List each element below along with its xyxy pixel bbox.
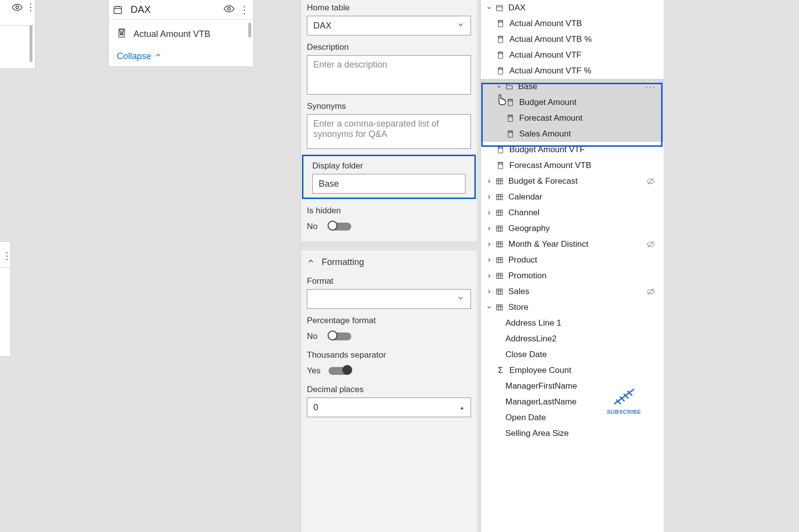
more-icon[interactable]: ···: [645, 82, 659, 92]
svg-rect-47: [497, 226, 502, 232]
table-icon: [495, 209, 504, 217]
column-label: AddressLine2: [505, 334, 659, 344]
chevron-down-icon: [496, 84, 502, 90]
table-item[interactable]: Month & Year Distinct: [481, 236, 664, 252]
display-folder-input[interactable]: Base: [312, 174, 466, 194]
formatting-section-header[interactable]: Formatting: [301, 250, 477, 269]
measure-label: Sales Amount: [519, 129, 659, 139]
thousands-separator-toggle[interactable]: [329, 367, 351, 375]
chevron-down-icon: [486, 5, 493, 11]
measure-icon: [496, 20, 505, 28]
svg-rect-14: [497, 5, 502, 11]
thousands-separator-value: Yes: [307, 366, 322, 376]
measure-item[interactable]: Actual Amount VTB %: [481, 32, 664, 47]
column-label: Selling Area Size: [505, 429, 659, 438]
column-item[interactable]: Σ Employee Count: [481, 363, 664, 378]
measure-item[interactable]: Sales Amount: [481, 126, 664, 142]
table-item[interactable]: Channel: [481, 205, 664, 221]
stray-scrollbar[interactable]: [30, 22, 33, 62]
table-item[interactable]: Budget & Forecast: [481, 173, 664, 189]
dax-card-header[interactable]: DAX ⋮: [109, 0, 253, 20]
description-label: Description: [301, 42, 477, 52]
table-item[interactable]: Promotion: [481, 268, 664, 284]
more-icon[interactable]: ⋮: [2, 251, 12, 261]
chevron-right-icon: [486, 257, 493, 263]
collapse-label: Collapse: [117, 51, 151, 62]
eye-icon[interactable]: [224, 3, 234, 16]
column-item[interactable]: Address Line 1: [481, 315, 664, 331]
table-label: Month & Year Distinct: [508, 239, 647, 249]
table-icon: [495, 177, 504, 185]
svg-rect-29: [509, 132, 512, 133]
table-dax[interactable]: DAX: [481, 0, 664, 16]
decimal-places-label: Decimal places: [301, 385, 477, 395]
subscribe-label: SUBSCRIBE: [607, 409, 641, 415]
calc-table-icon: [495, 4, 504, 12]
collapse-link[interactable]: Collapse: [109, 48, 253, 66]
percentage-format-value: No: [307, 332, 322, 341]
measure-item[interactable]: Actual Amount VTB: [481, 16, 664, 32]
svg-rect-34: [497, 179, 502, 184]
column-item[interactable]: AddressLine2: [481, 331, 664, 347]
chevron-up-icon: [307, 257, 315, 267]
measure-icon: [496, 162, 505, 169]
measure-item[interactable]: Forecast Amount: [481, 110, 664, 126]
percentage-format-toggle[interactable]: [329, 332, 351, 340]
svg-point-10: [123, 33, 124, 33]
measure-icon: [496, 146, 505, 154]
hidden-icon: [647, 177, 659, 185]
decimal-places-input[interactable]: 0 ▲: [307, 398, 471, 417]
measure-row[interactable]: Actual Amount VTB: [114, 24, 248, 44]
fields-panel: DAX Actual Amount VTB Actual Amount VTB …: [480, 0, 664, 532]
svg-point-11: [120, 34, 121, 35]
svg-rect-1: [114, 6, 122, 13]
thousands-separator-row: Yes: [301, 363, 477, 383]
svg-point-5: [228, 7, 231, 10]
card-scrollbar[interactable]: [248, 23, 251, 37]
column-label: Employee Count: [509, 366, 659, 375]
column-item[interactable]: Close Date: [481, 347, 664, 363]
is-hidden-toggle[interactable]: [329, 223, 351, 231]
svg-rect-27: [509, 116, 512, 117]
synonyms-input[interactable]: Enter a comma-separated list of synonyms…: [307, 114, 471, 149]
home-table-select[interactable]: DAX: [307, 16, 471, 35]
table-label: Sales: [508, 287, 647, 297]
more-icon[interactable]: ⋮: [239, 5, 249, 15]
table-item[interactable]: Geography: [481, 221, 664, 236]
svg-rect-7: [120, 30, 124, 31]
svg-point-8: [120, 33, 121, 33]
measure-item[interactable]: Actual Amount VTF: [481, 47, 664, 63]
svg-rect-51: [497, 242, 502, 247]
measure-item[interactable]: Actual Amount VTF %: [481, 63, 664, 79]
table-store[interactable]: Store: [481, 299, 664, 315]
description-input[interactable]: Enter a description: [307, 55, 471, 95]
measure-item[interactable]: Budget Amount VTF: [481, 142, 664, 158]
table-icon: [495, 303, 504, 311]
folder-label: Base: [518, 82, 645, 92]
synonyms-placeholder: Enter a comma-separated list of synonyms…: [313, 119, 439, 139]
column-label: Close Date: [505, 350, 659, 360]
measure-label: Forecast Amount VTB: [509, 161, 659, 170]
eye-icon[interactable]: [12, 2, 23, 15]
spin-arrows-icon[interactable]: ▲: [460, 405, 465, 410]
table-item[interactable]: Product: [481, 252, 664, 268]
measure-item[interactable]: Forecast Amount VTB: [481, 158, 664, 173]
format-label: Format: [301, 276, 477, 286]
hidden-icon: [647, 288, 659, 296]
stray-card-header: ⋮: [0, 0, 35, 26]
column-item[interactable]: Selling Area Size: [481, 426, 664, 441]
chevron-down-icon: [457, 294, 465, 304]
table-item[interactable]: Calendar: [481, 189, 664, 205]
subscribe-badge[interactable]: SUBSCRIBE: [607, 385, 641, 415]
sigma-icon: Σ: [496, 366, 505, 375]
measure-icon: [496, 51, 505, 59]
measure-label: Actual Amount VTB: [133, 29, 210, 39]
format-select[interactable]: [307, 289, 471, 309]
measure-item[interactable]: Budget Amount: [481, 95, 664, 110]
chevron-right-icon: [486, 273, 493, 279]
table-item[interactable]: Sales: [481, 284, 664, 299]
folder-base[interactable]: Base ···: [481, 79, 664, 95]
table-icon: [495, 240, 504, 248]
more-icon[interactable]: ⋮: [26, 2, 35, 12]
chevron-right-icon: [486, 226, 493, 232]
